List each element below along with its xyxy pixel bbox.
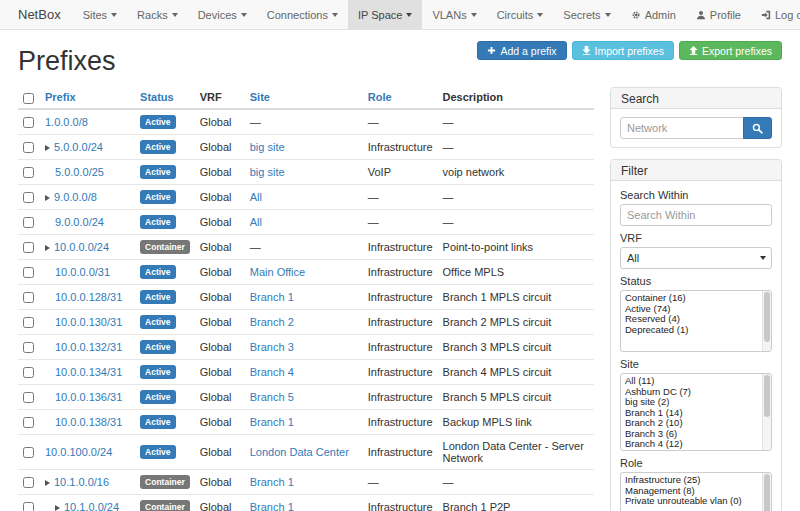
nav-log-out[interactable]: Log out bbox=[751, 0, 800, 29]
nav-admin[interactable]: Admin bbox=[621, 0, 686, 29]
site-link[interactable]: Branch 1 bbox=[250, 476, 294, 488]
search-button[interactable] bbox=[743, 117, 772, 139]
prefix-link[interactable]: 10.1.0.0/24 bbox=[64, 501, 119, 511]
row-checkbox[interactable] bbox=[23, 192, 34, 203]
prefix-link[interactable]: 10.0.0.0/24 bbox=[54, 241, 109, 253]
prefix-link[interactable]: 5.0.0.0/24 bbox=[54, 141, 103, 153]
sort-link-site[interactable]: Site bbox=[250, 91, 270, 103]
row-checkbox[interactable] bbox=[23, 502, 34, 511]
row-checkbox[interactable] bbox=[23, 477, 34, 488]
scrollbar[interactable] bbox=[762, 291, 771, 351]
row-checkbox[interactable] bbox=[23, 142, 34, 153]
row-checkbox[interactable] bbox=[23, 392, 34, 403]
sort-link-prefix[interactable]: Prefix bbox=[45, 91, 76, 103]
search-within-input[interactable] bbox=[620, 204, 772, 226]
sort-link-status[interactable]: Status bbox=[140, 91, 174, 103]
role-listbox[interactable]: Infrastructure (25)Management (8)Private… bbox=[620, 472, 772, 511]
site-link[interactable]: All bbox=[250, 191, 262, 203]
row-checkbox[interactable] bbox=[23, 317, 34, 328]
prefix-link[interactable]: 5.0.0.0/25 bbox=[55, 166, 104, 178]
role-cell: Infrastructure bbox=[363, 334, 438, 359]
table-row: 10.0.100.0/24ActiveGlobalLondon Data Cen… bbox=[18, 434, 594, 469]
site-option[interactable]: All (11) bbox=[621, 376, 771, 387]
prefix-cell: 10.0.0.0/31 bbox=[40, 259, 135, 284]
role-option[interactable]: Management (8) bbox=[621, 486, 771, 497]
site-link[interactable]: Branch 1 bbox=[250, 501, 294, 511]
prefix-link[interactable]: 10.0.100.0/24 bbox=[45, 446, 112, 458]
site-link[interactable]: Main Office bbox=[250, 266, 305, 278]
status-option[interactable]: Container (16) bbox=[621, 293, 771, 304]
site-link[interactable]: Branch 1 bbox=[250, 291, 294, 303]
site-option[interactable]: big site (2) bbox=[621, 397, 771, 408]
row-checkbox[interactable] bbox=[23, 447, 34, 458]
prefix-link[interactable]: 10.0.0.0/31 bbox=[55, 266, 110, 278]
status-cell: Active bbox=[135, 109, 195, 135]
nav-item-secrets[interactable]: Secrets bbox=[553, 0, 620, 29]
prefix-link[interactable]: 10.0.0.138/31 bbox=[55, 416, 122, 428]
site-cell: Branch 4 bbox=[245, 359, 363, 384]
site-link[interactable]: London Data Center bbox=[250, 446, 349, 458]
navbar-brand[interactable]: NetBox bbox=[6, 0, 73, 29]
nav-item-sites[interactable]: Sites bbox=[73, 0, 127, 29]
status-option[interactable]: Deprecated (1) bbox=[621, 325, 771, 336]
nav-item-vlans[interactable]: VLANs bbox=[422, 0, 486, 29]
site-link[interactable]: Branch 5 bbox=[250, 391, 294, 403]
scrollbar-thumb[interactable] bbox=[764, 375, 770, 417]
prefix-link[interactable]: 10.0.0.134/31 bbox=[55, 366, 122, 378]
export-prefixes-button[interactable]: Export prefixes bbox=[679, 41, 782, 60]
nav-item-racks[interactable]: Racks bbox=[127, 0, 188, 29]
prefix-link[interactable]: 9.0.0.0/24 bbox=[55, 216, 104, 228]
scrollbar-thumb[interactable] bbox=[764, 474, 770, 511]
row-select-cell bbox=[18, 134, 40, 159]
role-option[interactable]: Private unrouteable vlan (0) bbox=[621, 496, 771, 507]
prefix-link[interactable]: 10.1.0.0/16 bbox=[54, 476, 109, 488]
select-all-checkbox[interactable] bbox=[23, 93, 34, 104]
nav-item-circuits[interactable]: Circuits bbox=[487, 0, 554, 29]
row-checkbox[interactable] bbox=[23, 167, 34, 178]
site-link[interactable]: Branch 2 bbox=[250, 316, 294, 328]
role-option[interactable]: Infrastructure (25) bbox=[621, 475, 771, 486]
scrollbar[interactable] bbox=[762, 374, 771, 450]
nav-profile[interactable]: Profile bbox=[686, 0, 751, 29]
prefix-link[interactable]: 10.0.0.128/31 bbox=[55, 291, 122, 303]
row-checkbox[interactable] bbox=[23, 417, 34, 428]
site-link[interactable]: All bbox=[250, 216, 262, 228]
add-a-prefix-button[interactable]: Add a prefix bbox=[477, 41, 566, 60]
row-checkbox[interactable] bbox=[23, 342, 34, 353]
row-checkbox[interactable] bbox=[23, 217, 34, 228]
nav-item-devices[interactable]: Devices bbox=[188, 0, 257, 29]
site-link[interactable]: Branch 4 bbox=[250, 366, 294, 378]
status-option[interactable]: Active (74) bbox=[621, 304, 771, 315]
scrollbar-thumb[interactable] bbox=[764, 292, 770, 342]
import-prefixes-button[interactable]: Import prefixes bbox=[572, 41, 674, 60]
site-option[interactable]: Branch 1 (14) bbox=[621, 408, 771, 419]
row-checkbox[interactable] bbox=[23, 367, 34, 378]
nav-item-connections[interactable]: Connections bbox=[257, 0, 348, 29]
scrollbar[interactable] bbox=[762, 473, 771, 511]
vrf-select[interactable]: All bbox=[620, 247, 772, 269]
row-checkbox[interactable] bbox=[23, 242, 34, 253]
site-link[interactable]: big site bbox=[250, 141, 285, 153]
row-checkbox[interactable] bbox=[23, 292, 34, 303]
site-link[interactable]: Branch 1 bbox=[250, 416, 294, 428]
site-option[interactable]: Branch 3 (6) bbox=[621, 429, 771, 440]
prefix-link[interactable]: 1.0.0.0/8 bbox=[45, 116, 88, 128]
prefix-link[interactable]: 10.0.0.136/31 bbox=[55, 391, 122, 403]
search-input[interactable] bbox=[620, 117, 744, 139]
site-option[interactable]: Ashburn DC (7) bbox=[621, 387, 771, 398]
site-listbox[interactable]: All (11)Ashburn DC (7)big site (2)Branch… bbox=[620, 373, 772, 451]
site-option[interactable]: Branch 2 (10) bbox=[621, 418, 771, 429]
row-checkbox[interactable] bbox=[23, 267, 34, 278]
status-option[interactable]: Reserved (4) bbox=[621, 314, 771, 325]
prefix-link[interactable]: 9.0.0.0/8 bbox=[54, 191, 97, 203]
site-link[interactable]: Branch 3 bbox=[250, 341, 294, 353]
nav-item-ip-space[interactable]: IP Space bbox=[348, 0, 422, 29]
row-checkbox[interactable] bbox=[23, 117, 34, 128]
sort-link-role[interactable]: Role bbox=[368, 91, 392, 103]
prefix-link[interactable]: 10.0.0.132/31 bbox=[55, 341, 122, 353]
prefix-link[interactable]: 10.0.0.130/31 bbox=[55, 316, 122, 328]
site-option[interactable]: Branch 5 (7) bbox=[621, 450, 771, 452]
site-option[interactable]: Branch 4 (12) bbox=[621, 439, 771, 450]
status-listbox[interactable]: Container (16)Active (74)Reserved (4)Dep… bbox=[620, 290, 772, 352]
site-link[interactable]: big site bbox=[250, 166, 285, 178]
